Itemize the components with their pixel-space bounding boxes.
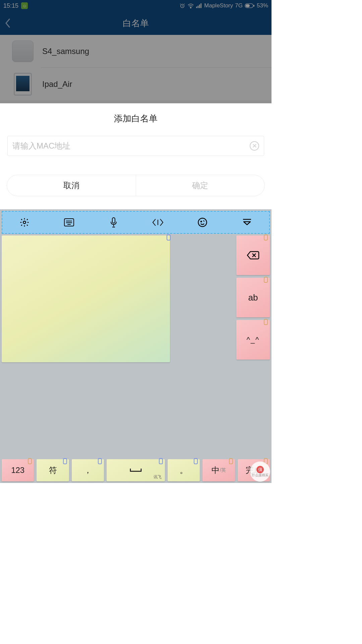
num-key[interactable]: 123 [2,459,34,481]
add-whitelist-modal: 添加白名单 ✕ 取消 确定 [0,103,272,209]
period-key[interactable]: 。 [168,459,200,481]
ime-brand: 讯飞 [154,474,162,480]
mac-input-wrap[interactable]: ✕ [7,136,264,156]
backspace-key[interactable] [236,235,270,275]
status-battery: 53% [257,2,268,9]
status-carrier: MapleStory [204,2,233,9]
device-icon [14,73,32,96]
battery-icon [245,3,255,8]
svg-rect-3 [198,6,199,8]
signal-icon [196,3,202,8]
device-name: Ipad_Air [42,79,72,89]
device-icon [12,41,34,62]
svg-point-9 [23,221,26,224]
status-time: 15:15 [3,2,18,9]
wifi-icon [187,3,194,8]
watermark: 值 什么值得买 [250,462,270,482]
svg-rect-7 [253,5,254,6]
comma-key[interactable]: ， [72,459,104,481]
space-key[interactable]: 讯飞 [107,459,165,481]
svg-rect-14 [112,218,115,223]
alarm-icon [179,3,185,9]
ok-button[interactable]: 确定 [136,175,265,196]
clear-input-button[interactable]: ✕ [250,141,259,151]
keyboard-switch-icon[interactable] [63,217,75,228]
status-bar: 15:15 ☺ MapleStory 7G 53% [0,0,272,11]
app-header: 白名单 [0,11,272,35]
symbol-key[interactable]: 符 [37,459,69,481]
status-network: 7G [235,2,243,9]
cancel-button[interactable]: 取消 [7,175,136,196]
device-row[interactable]: S4_samsung [0,35,272,67]
svg-rect-4 [199,5,200,8]
svg-rect-5 [201,3,202,8]
svg-point-16 [201,221,202,222]
settings-icon[interactable] [19,217,30,228]
alpha-key[interactable]: ab [236,278,270,317]
device-row[interactable]: Ipad_Air [0,68,272,100]
mac-input[interactable] [12,141,250,151]
voice-input-icon[interactable] [108,217,119,228]
svg-point-1 [190,7,191,8]
language-toggle-key[interactable]: 中/英 [202,459,235,481]
cursor-move-icon[interactable] [152,217,164,228]
emoji-icon[interactable] [197,217,208,228]
device-list: S4_samsung Ipad_Air [0,35,272,100]
svg-rect-8 [246,4,250,7]
kaomoji-key[interactable]: ^_^ [236,320,270,360]
keyboard-toolbar [2,211,270,234]
modal-title: 添加白名单 [0,113,272,124]
svg-point-15 [198,218,206,227]
device-name: S4_samsung [42,47,89,56]
android-icon: ☺ [21,2,28,9]
page-title: 白名单 [123,17,149,29]
ime-keyboard: ab ^_^ 123 符 ， 讯飞 。 中/英 完成 [0,209,272,483]
collapse-keyboard-icon[interactable] [241,217,253,228]
back-button[interactable] [5,18,11,28]
handwriting-pad[interactable] [2,235,170,362]
svg-rect-2 [196,7,197,8]
